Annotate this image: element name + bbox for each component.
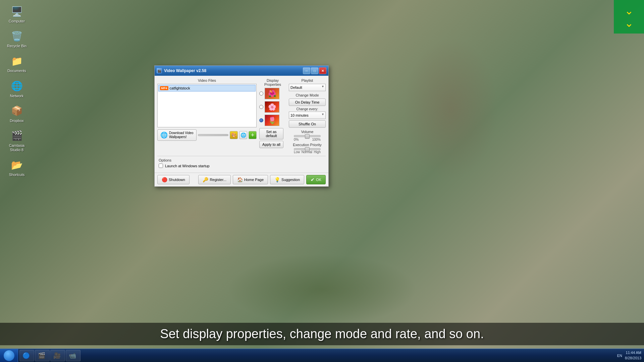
taskbar-right: EN 11:44 AM 8/28/2013: [614, 350, 644, 361]
dialog-main-content: Video Files MP4 catfightstock 🌐 Download…: [157, 78, 326, 154]
priority-low-label: Low: [294, 150, 300, 154]
suggestion-button[interactable]: 💡 Suggestion: [270, 175, 304, 184]
dialog-title: Video Wallpaper v2.58: [164, 68, 301, 73]
desktop-icon-shortcuts[interactable]: 📂 Shortcuts: [3, 157, 30, 178]
shutdown-icon: 🔴: [162, 177, 167, 182]
download-label: Download VideoWallpapers!: [169, 131, 194, 139]
close-button[interactable]: ✕: [319, 67, 326, 74]
download-icon: 🌐: [160, 131, 168, 139]
thumb-preview-2[interactable]: 🌸: [265, 101, 279, 113]
register-label: Register...: [210, 178, 226, 182]
video-files-title: Video Files: [157, 78, 257, 82]
color-picker-button[interactable]: 🎨: [230, 131, 238, 139]
taskbar-app-3[interactable]: 🎥: [50, 350, 65, 361]
volume-thumb: [305, 134, 310, 139]
taskbar-app-1[interactable]: 🔵: [19, 350, 34, 361]
playlist-dropdown[interactable]: Default: [289, 84, 326, 91]
language-indicator: EN: [617, 354, 622, 358]
minimize-button[interactable]: ─: [303, 67, 310, 74]
download-video-button[interactable]: 🌐 Download VideoWallpapers!: [157, 129, 197, 141]
options-title: Options: [159, 158, 324, 162]
interval-dropdown-wrapper: 10 minutes: [289, 112, 326, 119]
add-file-button[interactable]: +: [249, 131, 257, 139]
thumb-row-2: 🌸: [259, 101, 286, 113]
shuffle-button[interactable]: Shuffle On: [289, 120, 326, 128]
clock-date: 8/28/2013: [625, 356, 641, 361]
thumb-preview-3[interactable]: 🌷: [265, 115, 279, 126]
video-badge: MP4: [160, 86, 168, 90]
set-default-button[interactable]: Set as default: [259, 128, 283, 139]
video-progress-slider[interactable]: [198, 134, 228, 136]
chevron-down-icon-2: ⌄: [625, 18, 634, 28]
shutdown-button[interactable]: 🔴 Shutdown: [157, 175, 190, 184]
chevron-down-icon: ⌄: [625, 5, 634, 16]
computer-icon: 🖥️: [10, 5, 23, 18]
taskbar: 🔵 🎬 🎥 📹 EN 11:44 AM 8/28/2013: [0, 349, 644, 362]
register-button[interactable]: 🔑 Register...: [198, 175, 231, 184]
playlist-dropdown-wrapper: Default: [289, 84, 326, 91]
dialog-window-controls: ─ □ ✕: [303, 67, 326, 74]
home-icon: 🏠: [237, 177, 243, 182]
dropbox-label: Dropbox: [10, 119, 24, 123]
video-wallpaper-dialog: 🎬 Video Wallpaper v2.58 ─ □ ✕ Video File…: [154, 65, 329, 187]
desktop-icon-camtasia[interactable]: 🎬 Camtasia Studio 8: [3, 128, 30, 154]
launch-startup-checkbox[interactable]: [159, 164, 163, 168]
desktop-icon-documents[interactable]: 📁 Documents: [3, 53, 30, 74]
taskbar-app-3-icon: 🎥: [53, 352, 61, 359]
computer-label: Computer: [9, 19, 25, 23]
volume-slider[interactable]: [294, 135, 321, 137]
home-page-button[interactable]: 🏠 Home Page: [233, 175, 268, 184]
radio-display-1[interactable]: [259, 92, 263, 96]
taskbar-app-4[interactable]: 📹: [66, 350, 80, 361]
priority-high-label: High: [314, 150, 321, 154]
thumb-flower-2: 🌸: [265, 102, 279, 112]
maximize-button[interactable]: □: [311, 67, 318, 74]
network-icon: 🌐: [10, 79, 23, 93]
video-files-section: Video Files MP4 catfightstock 🌐 Download…: [157, 78, 257, 154]
taskbar-app-1-icon: 🔵: [22, 352, 30, 359]
desktop-icon-recycle-bin[interactable]: 🗑️ Recycle Bin: [3, 28, 30, 50]
taskbar-app-2[interactable]: 🎬: [35, 350, 50, 361]
playlist-title: Playlist: [289, 78, 326, 82]
taskbar-apps: 🔵 🎬 🎥 📹: [18, 349, 82, 362]
thumb-flower-1: 🌺: [265, 88, 279, 99]
volume-title: Volume: [289, 130, 326, 134]
taskbar-app-2-icon: 🎬: [38, 352, 45, 359]
home-page-label: Home Page: [244, 178, 264, 182]
taskbar-clock: 11:44 AM 8/28/2013: [625, 350, 641, 361]
top-right-widget[interactable]: ⌄ ⌄: [614, 0, 644, 34]
thumb-flower-3: 🌷: [265, 115, 279, 126]
radio-display-3[interactable]: [259, 118, 263, 122]
dialog-titlebar[interactable]: 🎬 Video Wallpaper v2.58 ─ □ ✕: [155, 66, 328, 76]
radio-display-2[interactable]: [259, 105, 263, 109]
launch-startup-label: Launch at Windows startup: [165, 164, 210, 168]
register-icon: 🔑: [203, 177, 208, 182]
interval-dropdown[interactable]: 10 minutes: [289, 112, 326, 119]
video-toolbar: 🌐 Download VideoWallpapers! 🎨 🌐 +: [157, 129, 257, 141]
priority-slider[interactable]: [294, 148, 321, 150]
start-button[interactable]: [0, 349, 18, 362]
on-delay-time-button[interactable]: On Delay Time: [289, 99, 326, 106]
dialog-footer: 🔴 Shutdown 🔑 Register... 🏠 Home Page 💡 S…: [155, 173, 328, 186]
priority-section: Execution Priority Low Normal High: [289, 143, 326, 154]
add-from-web-button[interactable]: 🌐: [239, 131, 247, 139]
volume-max-label: 100%: [312, 138, 321, 141]
desktop-icon-area: 🖥️ Computer 🗑️ Recycle Bin 📁 Documents 🌐…: [3, 3, 30, 179]
recycle-bin-icon: 🗑️: [10, 29, 23, 43]
display-properties-title: Display Properties: [259, 78, 286, 86]
shortcuts-label: Shortcuts: [9, 173, 24, 177]
video-list-container[interactable]: MP4 catfightstock: [157, 84, 257, 127]
video-filename: catfightstock: [170, 86, 190, 90]
desktop-icon-network[interactable]: 🌐 Network: [3, 78, 30, 100]
desktop-icon-computer[interactable]: 🖥️ Computer: [3, 3, 30, 25]
dropbox-icon: 📦: [10, 104, 23, 118]
priority-title: Execution Priority: [289, 143, 326, 147]
volume-slider-container: 0% 100%: [289, 135, 326, 141]
priority-thumb: [305, 147, 310, 152]
ok-button[interactable]: ✔ OK: [306, 175, 326, 184]
apply-all-button[interactable]: Apply to all: [259, 141, 283, 148]
video-list-item[interactable]: MP4 catfightstock: [158, 85, 256, 92]
desktop-icon-dropbox[interactable]: 📦 Dropbox: [3, 103, 30, 124]
thumb-preview-1[interactable]: 🌺: [265, 88, 279, 99]
volume-min-label: 0%: [294, 138, 299, 141]
